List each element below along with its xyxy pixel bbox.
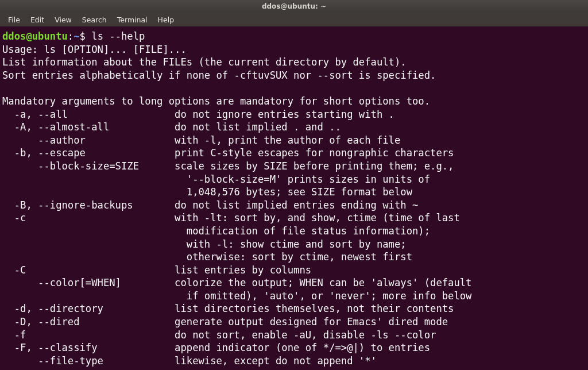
menubar: File Edit View Search Terminal Help: [0, 13, 588, 26]
prompt-path: ~: [74, 30, 79, 42]
output-line: '--block-size=M' prints sizes in units o…: [2, 174, 430, 185]
prompt-dollar: $: [80, 30, 92, 42]
output-line: Usage: ls [OPTION]... [FILE]...: [2, 44, 187, 55]
output-line: -b, --escape print C-style escapes for n…: [2, 147, 454, 159]
output-line: -F, --classify append indicator (one of …: [2, 342, 430, 353]
output-line: --file-type likewise, except do not appe…: [2, 355, 377, 367]
output-line: -c with -lt: sort by, and show, ctime (t…: [2, 212, 460, 223]
output-line: otherwise: sort by ctime, newest first: [2, 251, 412, 263]
output-line: Sort entries alphabetically if none of -…: [2, 70, 436, 81]
terminal-viewport[interactable]: ddos@ubuntu:~$ ls --help Usage: ls [OPTI…: [0, 26, 588, 370]
output-line: -B, --ignore-backups do not list implied…: [2, 199, 418, 211]
menu-terminal[interactable]: Terminal: [113, 14, 152, 25]
output-line: --author with -l, print the author of ea…: [2, 134, 400, 146]
menu-search[interactable]: Search: [78, 14, 111, 25]
menu-help[interactable]: Help: [153, 14, 179, 25]
output-line: -C list entries by columns: [2, 264, 311, 276]
output-line: 1,048,576 bytes; see SIZE format below: [2, 186, 412, 198]
window-title: ddos@ubuntu: ~: [262, 2, 326, 10]
menu-file[interactable]: File: [3, 14, 25, 25]
output-line: -a, --all do not ignore entries starting…: [2, 109, 394, 120]
prompt-user: ddos: [2, 30, 26, 42]
output-line: -f do not sort, enable -aU, disable -ls …: [2, 329, 436, 341]
menu-edit[interactable]: Edit: [26, 14, 49, 25]
output-line: if omitted), 'auto', or 'never'; more in…: [2, 290, 471, 302]
prompt-at: @: [26, 30, 32, 42]
menu-view[interactable]: View: [50, 14, 76, 25]
output-line: with -l: show ctime and sort by name;: [2, 238, 407, 250]
output-line: Mandatory arguments to long options are …: [2, 95, 430, 107]
output-line: List information about the FILEs (the cu…: [2, 56, 407, 68]
output-line: -d, --directory list directories themsel…: [2, 303, 454, 314]
output-line: -A, --almost-all do not list implied . a…: [2, 121, 341, 133]
output-line: -D, --dired generate output designed for…: [2, 316, 448, 327]
terminal-window: ddos@ubuntu: ~ File Edit View Search Ter…: [0, 0, 588, 370]
prompt-colon: :: [68, 30, 74, 42]
output-line: --block-size=SIZE scale sizes by SIZE be…: [2, 160, 454, 172]
window-titlebar[interactable]: ddos@ubuntu: ~: [0, 0, 588, 13]
output-line: modification of file status information)…: [2, 225, 430, 237]
prompt-host: ubuntu: [32, 30, 68, 42]
prompt-command: ls --help: [91, 30, 145, 42]
output-line: --color[=WHEN] colorize the output; WHEN…: [2, 277, 471, 288]
